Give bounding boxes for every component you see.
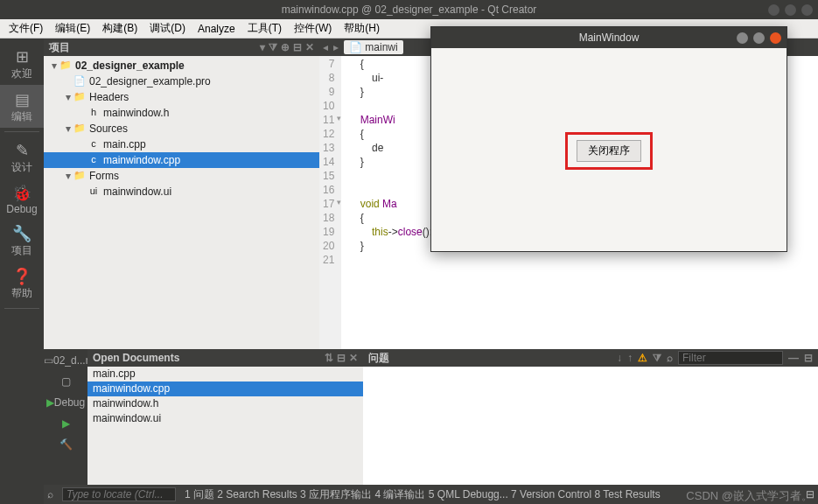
back-icon[interactable]: ◂ [323,41,328,53]
search-icon: ⌕ [47,488,53,500]
filter-funnel-icon[interactable]: ⧩ [269,41,277,53]
mode-编辑[interactable]: ▤编辑 [0,85,44,128]
file-icon: 📄 [349,41,362,53]
opendocs-list[interactable]: main.cppmainwindow.cppmainwindow.hmainwi… [87,367,363,485]
opendoc-item[interactable]: main.cpp [87,367,363,382]
menu-item[interactable]: Analyze [192,21,241,37]
close-pane-icon[interactable]: ⊟ [804,352,813,364]
window-titlebar: mainwindow.cpp @ 02_designer_example - Q… [0,0,818,19]
project-tree[interactable]: ▾📁02_designer_example📄02_designer_exampl… [44,56,319,349]
link-icon[interactable]: ⊕ [281,41,290,53]
mode-项目[interactable]: 🔧项目 [0,219,44,262]
tree-item[interactable]: ▾📁02_designer_example [44,58,319,74]
mode-Debug[interactable]: 🐞Debug [0,178,44,219]
locator-input[interactable] [62,487,176,501]
menu-item[interactable]: 控件(W) [289,19,337,38]
warning-icon[interactable]: ⚠ [638,352,647,364]
close-icon[interactable] [801,4,813,16]
run-window-titlebar[interactable]: MainWindow [431,27,787,48]
close-program-button[interactable]: 关闭程序 [577,140,641,162]
issues-title: 问题 [368,351,389,366]
opendoc-item[interactable]: mainwindow.h [87,396,363,411]
tree-item[interactable]: ▾📁Headers [44,89,319,105]
filter-icon[interactable]: ▾ [260,41,265,53]
editor-file-tab[interactable]: 📄 mainwi [344,40,403,54]
project-pane-header: 项目 ▾ ⧩ ⊕ ⊟ ✕ [44,38,319,56]
minimize-icon[interactable] [768,4,780,16]
search-icon: ⌕ [667,352,673,364]
run-mode[interactable]: ▭02_d...mple [44,349,87,370]
sort-icon[interactable]: ⇅ [325,352,333,364]
run-mode[interactable]: ▢ [44,370,87,391]
opendoc-item[interactable]: mainwindow.ui [87,411,363,426]
run-window-title: MainWindow [579,32,640,44]
menu-item[interactable]: 工具(T) [242,19,287,38]
opendocs-title: Open Documents [93,352,179,364]
watermark: CSDN @嵌入式学习者。 [686,488,813,504]
run-mode[interactable]: ▶ [44,412,87,433]
tree-item[interactable]: cmain.cpp [44,136,319,152]
arrow-down-icon[interactable]: ↓ [617,352,622,364]
run-mode[interactable]: ▶Debug [44,391,87,412]
mode-设计[interactable]: ✎设计 [0,136,44,178]
tree-item[interactable]: cmainwindow.cpp [44,152,319,168]
menu-item[interactable]: 帮助(H) [339,19,385,38]
output-tab[interactable]: 5 QML Debugg... [429,488,508,500]
run-bar: ▭02_d...mple▢▶Debug▶🔨 [44,349,87,485]
issues-body [363,367,818,485]
close-icon[interactable] [770,32,781,44]
code-area[interactable]: { ui- } MainWi { de } void Ma { this->cl… [341,56,439,349]
filter-input[interactable] [678,351,783,365]
menu-item[interactable]: 构建(B) [97,19,143,38]
output-tab[interactable]: 1 问题 [185,488,214,500]
window-title: mainwindow.cpp @ 02_designer_example - Q… [282,4,537,16]
mode-bar: ⊞欢迎▤编辑✎设计🐞Debug🔧项目❓帮助 [0,38,44,504]
opendoc-item[interactable]: mainwindow.cpp [87,382,363,396]
minimize-pane-icon[interactable]: — [788,352,799,364]
tree-item[interactable]: 📄02_designer_example.pro [44,74,319,89]
tree-item[interactable]: ▾📁Sources [44,121,319,136]
output-tab[interactable]: 3 应用程序输出 [300,488,372,500]
menu-item[interactable]: 文件(F) [3,19,48,38]
tree-item[interactable]: ▾📁Forms [44,168,319,184]
opendocs-header: Open Documents ⇅ ⊟ ✕ [87,349,363,367]
maximize-icon[interactable] [753,32,765,44]
project-pane-title: 项目 [49,40,70,55]
issues-header: 问题 ↓ ↑ ⚠ ⧩ ⌕ — ⊟ [363,349,818,367]
menu-item[interactable]: 编辑(E) [50,19,95,38]
tree-item[interactable]: hmainwindow.h [44,105,319,121]
split-icon[interactable]: ⊟ [293,41,302,53]
tree-item[interactable]: uimainwindow.ui [44,184,319,200]
minimize-icon[interactable] [737,32,748,44]
output-tab[interactable]: 4 编译输出 [374,488,425,500]
highlight-box: 关闭程序 [565,132,653,170]
menu-item[interactable]: 调试(D) [144,19,191,38]
forward-icon[interactable]: ▸ [333,41,339,53]
output-tab[interactable]: 7 Version Control [511,488,591,500]
funnel-icon[interactable]: ⧩ [653,352,661,364]
output-tab[interactable]: 2 Search Results [217,488,297,500]
close-pane-icon[interactable]: ✕ [305,41,314,53]
run-mode[interactable]: 🔨 [44,433,87,454]
line-gutter: 7891011▾121314151617▾18192021 [319,56,341,349]
output-tab[interactable]: 8 Test Results [595,488,661,500]
run-window: MainWindow 关闭程序 [430,26,787,252]
arrow-up-icon[interactable]: ↑ [627,352,633,364]
split-icon[interactable]: ⊟ [337,352,346,364]
mode-欢迎[interactable]: ⊞欢迎 [0,42,44,85]
mode-帮助[interactable]: ❓帮助 [0,262,44,304]
maximize-icon[interactable] [785,4,796,16]
close-pane-icon[interactable]: ✕ [349,352,358,364]
